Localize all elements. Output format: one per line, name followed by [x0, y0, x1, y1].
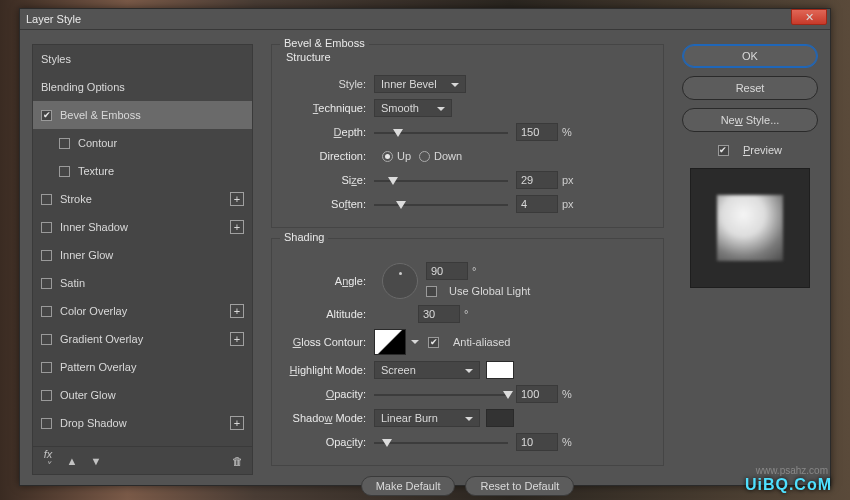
sidebar-item-inner-glow[interactable]: Inner Glow	[33, 241, 252, 269]
styles-sidebar: Styles Blending Options Bevel & Emboss C…	[32, 44, 253, 475]
sidebar-item-contour[interactable]: Contour	[33, 129, 252, 157]
sidebar-item-label: Gradient Overlay	[60, 333, 143, 345]
add-effect-icon[interactable]: +	[230, 192, 244, 206]
add-effect-icon[interactable]: +	[230, 304, 244, 318]
sidebar-item-drop-shadow[interactable]: Drop Shadow +	[33, 409, 252, 437]
shadow-mode-select[interactable]: Linear Burn	[374, 409, 480, 427]
technique-select[interactable]: Smooth	[374, 99, 452, 117]
soften-label: Soften:	[282, 198, 374, 210]
size-input[interactable]: 29	[516, 171, 558, 189]
sidebar-item-color-overlay[interactable]: Color Overlay +	[33, 297, 252, 325]
add-effect-icon[interactable]: +	[230, 332, 244, 346]
depth-slider[interactable]	[374, 125, 508, 139]
soften-slider[interactable]	[374, 197, 508, 211]
checkbox-icon[interactable]	[41, 306, 52, 317]
move-up-icon[interactable]: ▲	[65, 455, 79, 467]
direction-label: Direction:	[282, 150, 374, 162]
add-effect-icon[interactable]: +	[230, 416, 244, 430]
sidebar-item-pattern-overlay[interactable]: Pattern Overlay	[33, 353, 252, 381]
sidebar-item-label: Inner Glow	[60, 249, 113, 261]
checkbox-icon[interactable]	[59, 138, 70, 149]
structure-title: Structure	[286, 51, 331, 63]
sidebar-item-texture[interactable]: Texture	[33, 157, 252, 185]
select-value: Inner Bevel	[381, 78, 437, 90]
sidebar-item-gradient-overlay[interactable]: Gradient Overlay +	[33, 325, 252, 353]
move-down-icon[interactable]: ▼	[89, 455, 103, 467]
checkbox-icon[interactable]	[41, 362, 52, 373]
highlight-opacity-slider[interactable]	[374, 387, 508, 401]
ok-button[interactable]: OK	[682, 44, 818, 68]
anti-aliased-checkbox[interactable]	[428, 337, 439, 348]
angle-input[interactable]: 90	[426, 262, 468, 280]
sidebar-item-bevel-emboss[interactable]: Bevel & Emboss	[33, 101, 252, 129]
sidebar-item-outer-glow[interactable]: Outer Glow	[33, 381, 252, 409]
checkbox-icon[interactable]	[41, 278, 52, 289]
angle-label: Angle:	[282, 275, 374, 287]
checkbox-icon[interactable]	[41, 194, 52, 205]
gloss-contour-picker[interactable]	[374, 329, 406, 355]
structure-group: Bevel & Emboss Structure Style: Inner Be…	[271, 44, 664, 228]
checkbox-icon[interactable]	[41, 334, 52, 345]
checkbox-label: Anti-aliased	[453, 336, 510, 348]
checkbox-icon[interactable]	[41, 222, 52, 233]
sidebar-item-stroke[interactable]: Stroke +	[33, 185, 252, 213]
preview-image	[717, 195, 783, 261]
unit-label: °	[472, 265, 488, 277]
radio-label: Up	[397, 150, 411, 162]
shadow-color-swatch[interactable]	[486, 409, 514, 427]
sidebar-item-label: Outer Glow	[60, 389, 116, 401]
shadow-opacity-slider[interactable]	[374, 435, 508, 449]
sidebar-item-label: Bevel & Emboss	[60, 109, 141, 121]
altitude-input[interactable]: 30	[418, 305, 460, 323]
unit-label: %	[562, 126, 578, 138]
make-default-button[interactable]: Make Default	[361, 476, 456, 496]
checkbox-label: Use Global Light	[449, 285, 530, 297]
preview-toggle[interactable]: Preview	[682, 144, 818, 156]
global-light-checkbox[interactable]	[426, 286, 437, 297]
highlight-mode-select[interactable]: Screen	[374, 361, 480, 379]
style-select[interactable]: Inner Bevel	[374, 75, 466, 93]
reset-button[interactable]: Reset	[682, 76, 818, 100]
depth-input[interactable]: 150	[516, 123, 558, 141]
sidebar-item-label: Contour	[78, 137, 117, 149]
checkbox-icon[interactable]	[41, 110, 52, 121]
sidebar-item-inner-shadow[interactable]: Inner Shadow +	[33, 213, 252, 241]
depth-label: Depth:	[282, 126, 374, 138]
bevel-emboss-panel: Bevel & Emboss Structure Style: Inner Be…	[267, 44, 668, 475]
unit-label: °	[464, 308, 480, 320]
sidebar-blending-options[interactable]: Blending Options	[33, 73, 252, 101]
checkbox-icon[interactable]	[718, 145, 729, 156]
angle-dial[interactable]	[382, 263, 418, 299]
unit-label: %	[562, 436, 578, 448]
select-value: Smooth	[381, 102, 419, 114]
checkbox-icon[interactable]	[41, 250, 52, 261]
titlebar[interactable]: Layer Style ✕	[20, 9, 830, 30]
checkbox-icon[interactable]	[41, 418, 52, 429]
highlight-color-swatch[interactable]	[486, 361, 514, 379]
shadow-opacity-input[interactable]: 10	[516, 433, 558, 451]
technique-label: Technique:	[282, 102, 374, 114]
direction-down-radio[interactable]	[419, 151, 430, 162]
layer-style-dialog: Layer Style ✕ Styles Blending Options Be…	[19, 8, 831, 486]
fx-menu-icon[interactable]: fx ˅	[41, 448, 55, 473]
checkbox-icon[interactable]	[59, 166, 70, 177]
highlight-opacity-input[interactable]: 100	[516, 385, 558, 403]
sidebar-item-label: Stroke	[60, 193, 92, 205]
reset-default-button[interactable]: Reset to Default	[465, 476, 574, 496]
dialog-buttons: OK Reset New Style... Preview	[682, 44, 818, 475]
new-style-button[interactable]: New Style...	[682, 108, 818, 132]
sidebar-item-label: Texture	[78, 165, 114, 177]
close-button[interactable]: ✕	[791, 9, 827, 25]
size-slider[interactable]	[374, 173, 508, 187]
direction-up-radio[interactable]	[382, 151, 393, 162]
add-effect-icon[interactable]: +	[230, 220, 244, 234]
panel-title: Bevel & Emboss	[280, 37, 369, 49]
trash-icon[interactable]: 🗑	[230, 455, 244, 467]
sidebar-item-satin[interactable]: Satin	[33, 269, 252, 297]
shadow-opacity-label: Opacity:	[282, 436, 374, 448]
sidebar-item-label: Inner Shadow	[60, 221, 128, 233]
soften-input[interactable]: 4	[516, 195, 558, 213]
shading-group: Shading Angle: 90 ° Use Global Light	[271, 238, 664, 466]
checkbox-icon[interactable]	[41, 390, 52, 401]
sidebar-header[interactable]: Styles	[33, 45, 252, 73]
